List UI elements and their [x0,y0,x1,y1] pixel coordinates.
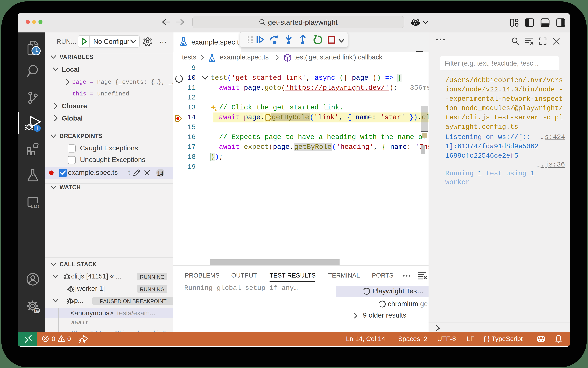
svg-text:TE: TE [34,309,39,313]
svg-text:1: 1 [36,125,39,131]
svg-text:LOG: LOG [30,204,39,209]
